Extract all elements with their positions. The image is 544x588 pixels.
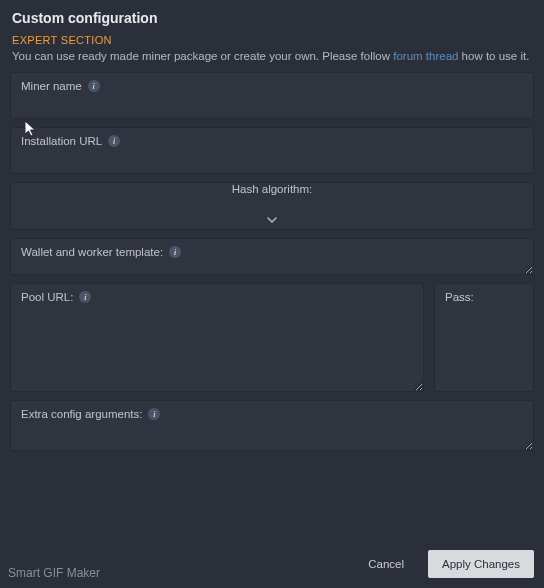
expert-description: You can use ready made miner package or … <box>0 48 544 72</box>
extra-config-label: Extra config arguments: <box>21 408 142 420</box>
wallet-template-label: Wallet and worker template: <box>21 246 163 258</box>
cancel-button[interactable]: Cancel <box>354 550 418 578</box>
extra-config-field: Extra config arguments: i <box>10 400 534 451</box>
miner-name-field: Miner name i <box>10 72 534 119</box>
installation-url-label: Installation URL <box>21 135 102 147</box>
desc-text-after: how to use it. <box>458 50 529 62</box>
pool-url-label: Pool URL: <box>21 291 73 303</box>
pass-field: Pass: <box>434 283 534 392</box>
forum-thread-link[interactable]: forum thread <box>393 50 458 62</box>
hash-algorithm-select[interactable]: Hash algorithm: <box>10 182 534 230</box>
miner-name-input[interactable] <box>11 92 533 118</box>
installation-url-field: Installation URL i <box>10 127 534 174</box>
dialog-footer: Cancel Apply Changes <box>0 534 544 588</box>
form-fields: Miner name i Installation URL i Hash alg… <box>0 72 544 534</box>
info-icon[interactable]: i <box>108 135 120 147</box>
wallet-template-field: Wallet and worker template: i <box>10 238 534 275</box>
extra-config-input[interactable] <box>11 420 533 450</box>
pool-url-field: Pool URL: i <box>10 283 424 392</box>
miner-name-label: Miner name <box>21 80 82 92</box>
info-icon[interactable]: i <box>79 291 91 303</box>
wallet-template-input[interactable] <box>11 258 533 274</box>
pool-url-input[interactable] <box>11 303 423 391</box>
expert-section-label: EXPERT SECTION <box>0 34 544 48</box>
info-icon[interactable]: i <box>169 246 181 258</box>
pass-input[interactable] <box>435 303 533 325</box>
installation-url-input[interactable] <box>11 147 533 173</box>
dialog-header: Custom configuration <box>0 0 544 34</box>
info-icon[interactable]: i <box>88 80 100 92</box>
pool-pass-row: Pool URL: i Pass: <box>10 283 534 392</box>
pass-label: Pass: <box>445 291 474 303</box>
desc-text-before: You can use ready made miner package or … <box>12 50 393 62</box>
dialog-title: Custom configuration <box>12 10 532 26</box>
chevron-down-icon <box>266 214 278 229</box>
apply-changes-button[interactable]: Apply Changes <box>428 550 534 578</box>
info-icon[interactable]: i <box>148 408 160 420</box>
hash-algorithm-label: Hash algorithm: <box>232 183 313 195</box>
